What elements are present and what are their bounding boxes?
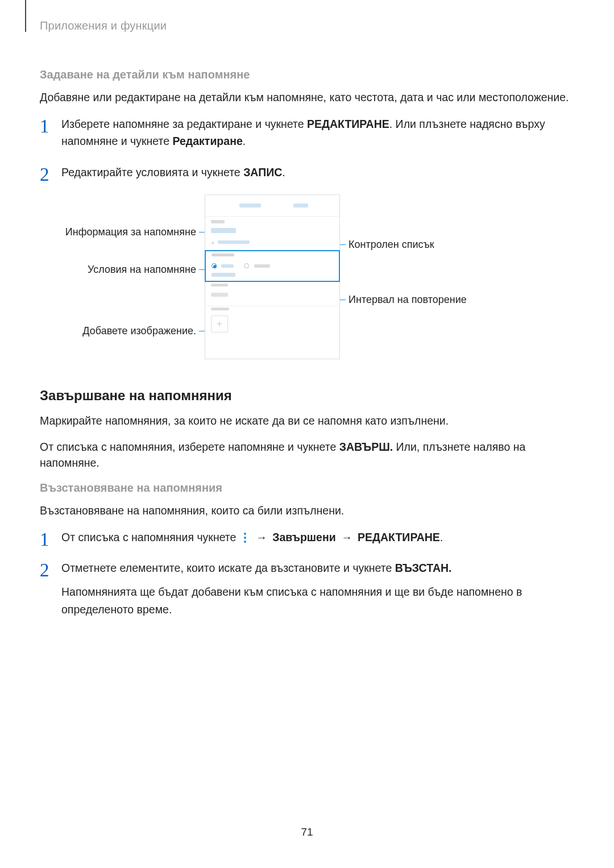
mock-blur — [221, 264, 234, 268]
step2-text-c: . — [282, 166, 285, 178]
p2-bold: ЗАВЪРШ. — [339, 441, 393, 453]
paragraph-complete-1: Маркирайте напомняния, за които не искат… — [40, 413, 574, 429]
mock-blur — [211, 220, 225, 223]
step1-text-a: Изберете напомняне за редактиране и чукн… — [61, 118, 307, 130]
paragraph-restore-intro: Възстановяване на напомняния, които са б… — [40, 502, 574, 518]
callout-right-1: Контролен списък — [349, 239, 434, 251]
mock-section-image: + — [205, 306, 339, 340]
page-number: 71 — [0, 826, 614, 838]
step1-bold-2: Редактиране — [172, 135, 242, 147]
callout-left-3: Добавете изображение. — [40, 325, 196, 337]
s3-step1-bold-1: Завършени — [272, 531, 336, 543]
mock-blur — [218, 240, 250, 244]
s3-step2-a: Отметнете елементите, които искате да въ… — [61, 562, 395, 574]
arrow-2: → — [338, 531, 355, 543]
running-header: Приложения и функции — [40, 19, 574, 32]
s3-step2-p: Напомнянията ще бъдат добавени към списъ… — [61, 585, 522, 615]
add-image-icon: + — [211, 315, 228, 333]
p2-text-a: От списъка с напомняния, изберете напомн… — [40, 441, 339, 453]
mock-blur — [239, 203, 261, 207]
step-number-1: 1 — [40, 112, 49, 141]
step1-bold-1: РЕДАКТИРАНЕ — [307, 118, 389, 130]
arrow-1: → — [253, 531, 270, 543]
mock-section-conditions — [205, 250, 340, 282]
callout-left-2: Условия на напомняне — [40, 264, 196, 276]
step-number-1: 1 — [40, 525, 49, 554]
radio-unselected-icon — [244, 263, 249, 268]
mock-blur — [211, 254, 234, 256]
mock-radio-row — [211, 260, 270, 271]
step2-text-a: Редактирайте условията и чукнете — [61, 166, 243, 178]
subheading-details: Задаване на детайли към напомняне — [40, 68, 574, 81]
page-header: Приложения и функции — [40, 19, 574, 40]
mock-blur — [254, 264, 270, 268]
more-options-icon — [241, 533, 249, 543]
callout-right-2: Интервал на повторение — [349, 294, 467, 306]
s3-step1-f: . — [440, 531, 443, 543]
s3-step1-bold-2: РЕДАКТИРАНЕ — [358, 531, 440, 543]
step2-bold: ЗАПИС — [243, 166, 282, 178]
paragraph-complete-2: От списъка с напомняния, изберете напомн… — [40, 439, 574, 471]
annotated-figure: Информация за напомняне Условия на напом… — [40, 194, 574, 365]
list-item: 1 От списъка с напомняния чукнете → Завъ… — [40, 529, 574, 546]
mock-blur — [211, 284, 228, 286]
list-item: 2 Редактирайте условията и чукнете ЗАПИС… — [40, 164, 574, 181]
subheading-restore: Възстановяване на напомняния — [40, 481, 574, 495]
mock-blur — [211, 228, 236, 233]
mock-blur — [293, 203, 308, 207]
mock-section-info: + — [205, 217, 339, 251]
mock-add-checklist: + — [211, 239, 214, 246]
mock-blur — [211, 273, 235, 277]
list-item: 1 Изберете напомняне за редактиране и чу… — [40, 115, 574, 149]
s3-step2-bold: ВЪЗСТАН. — [395, 562, 452, 574]
list-item: 2 Отметнете елементите, които искате да … — [40, 559, 574, 618]
s3-step1-a: От списъка с напомняния чукнете — [61, 531, 239, 543]
mock-section-repeat — [205, 281, 339, 306]
header-rule — [25, 0, 26, 32]
ordered-list-1: 1 Изберете напомняне за редактиране и чу… — [40, 115, 574, 181]
phone-mock: + + — [205, 194, 340, 359]
step1-text-d: . — [243, 135, 246, 147]
mock-blur — [211, 293, 228, 297]
manual-page: Приложения и функции Задаване на детайли… — [0, 0, 614, 868]
callout-left-1: Информация за напомняне — [40, 226, 196, 238]
step-number-2: 2 — [40, 160, 49, 189]
step-number-2: 2 — [40, 556, 49, 585]
heading-complete: Завършване на напомняния — [40, 388, 574, 404]
paragraph-intro-1: Добавяне или редактиране на детайли към … — [40, 89, 574, 105]
ordered-list-2: 1 От списъка с напомняния чукнете → Завъ… — [40, 529, 574, 618]
radio-selected-icon — [211, 263, 217, 268]
mock-blur — [211, 308, 229, 310]
mock-header — [205, 195, 339, 217]
